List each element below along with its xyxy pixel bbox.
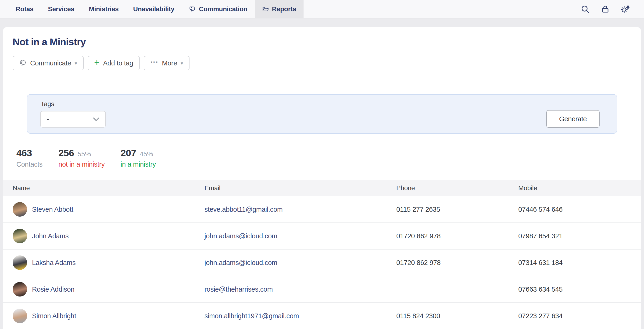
primary-nav: Rotas Services Ministries Unavailability… <box>8 0 304 18</box>
add-to-tag-label: Add to tag <box>103 59 133 67</box>
settings-gears-icon <box>621 4 630 14</box>
contact-email-link[interactable]: simon.allbright1971@gmail.com <box>204 312 396 320</box>
nav-item-communication[interactable]: Communication <box>182 0 255 18</box>
lock-button[interactable] <box>600 4 610 14</box>
name-cell: Simon Allbright <box>12 309 204 323</box>
app-window: Rotas Services Ministries Unavailability… <box>0 0 644 329</box>
avatar[interactable] <box>12 309 27 323</box>
stats-summary: 463 Contacts 256 55% not in a ministry 2… <box>16 148 641 168</box>
caret-down-icon: ▾ <box>181 61 183 66</box>
contact-phone: 0115 277 2635 <box>396 206 518 213</box>
in-ministry-count: 207 <box>120 148 136 159</box>
communicate-label: Communicate <box>30 59 71 67</box>
top-navigation: Rotas Services Ministries Unavailability… <box>0 0 644 18</box>
table-header: Name Email Phone Mobile <box>3 180 641 196</box>
nav-item-label: Services <box>48 5 74 13</box>
report-card: Not in a Ministry Communicate ▾ + Add to… <box>3 27 641 329</box>
more-button[interactable]: ··· More ▾ <box>144 56 190 70</box>
action-toolbar: Communicate ▾ + Add to tag ··· More ▾ <box>12 56 641 70</box>
tags-filter-panel: Tags - Generate <box>27 94 617 134</box>
nav-item-reports[interactable]: Reports <box>255 0 304 18</box>
name-cell: Rosie Addison <box>12 282 204 296</box>
contact-name-link[interactable]: Simon Allbright <box>32 312 76 320</box>
name-cell: Laksha Adams <box>12 256 204 270</box>
contact-email-link[interactable]: john.adams@icloud.com <box>204 259 396 266</box>
contact-email-link[interactable]: rosie@theharrises.com <box>204 286 396 293</box>
contact-name-link[interactable]: Steven Abbott <box>32 206 73 213</box>
tags-label: Tags <box>41 100 106 108</box>
contact-name-link[interactable]: Laksha Adams <box>32 259 76 266</box>
avatar[interactable] <box>12 282 27 296</box>
contact-mobile: 07987 654 321 <box>518 232 632 240</box>
contact-name-link[interactable]: Rosie Addison <box>32 286 74 293</box>
plus-icon: + <box>94 58 100 67</box>
nav-item-label: Communication <box>199 5 248 13</box>
table-row: Rosie Addison rosie@theharrises.com 0766… <box>3 276 641 303</box>
contact-phone: 01720 862 978 <box>396 259 518 266</box>
contact-name-link[interactable]: John Adams <box>32 232 69 240</box>
contact-phone: 01720 862 978 <box>396 232 518 240</box>
tags-select-value: - <box>47 116 49 123</box>
nav-item-label: Reports <box>272 5 296 13</box>
page-body: Not in a Ministry Communicate ▾ + Add to… <box>0 18 644 329</box>
in-ministry-percent: 45% <box>140 150 153 158</box>
name-cell: John Adams <box>12 229 204 243</box>
not-in-ministry-label: not in a ministry <box>58 160 105 168</box>
in-ministry-label: in a ministry <box>120 160 156 168</box>
stat-contacts: 463 Contacts <box>16 148 42 168</box>
search-icon <box>580 4 590 14</box>
name-cell: Steven Abbott <box>12 202 204 216</box>
chat-icon <box>19 59 27 67</box>
contacts-label: Contacts <box>16 160 42 168</box>
lock-icon <box>600 4 610 14</box>
avatar[interactable] <box>12 202 27 216</box>
avatar[interactable] <box>12 256 27 270</box>
folder-open-icon <box>262 6 269 12</box>
contact-email-link[interactable]: john.adams@icloud.com <box>204 232 396 240</box>
more-label: More <box>162 59 177 67</box>
nav-item-label: Rotas <box>16 5 34 13</box>
not-in-ministry-count: 256 <box>58 148 74 159</box>
nav-item-services[interactable]: Services <box>41 0 82 18</box>
communicate-button[interactable]: Communicate ▾ <box>12 56 84 70</box>
table-row: Steven Abbott steve.abbot11@gmail.com 01… <box>3 196 641 223</box>
contact-mobile: 07314 631 184 <box>518 259 632 266</box>
page-title: Not in a Ministry <box>3 27 641 48</box>
stat-in-ministry: 207 45% in a ministry <box>120 148 156 168</box>
column-header-email: Email <box>204 184 396 192</box>
not-in-ministry-percent: 55% <box>78 150 91 158</box>
contact-mobile: 07446 574 646 <box>518 206 632 213</box>
add-to-tag-button[interactable]: + Add to tag <box>88 56 140 70</box>
column-header-name: Name <box>12 184 204 192</box>
contacts-table: Name Email Phone Mobile Steven Abbott st… <box>3 180 641 329</box>
tags-filter-field: Tags - <box>40 99 106 128</box>
generate-button[interactable]: Generate <box>546 110 600 128</box>
avatar[interactable] <box>12 229 27 243</box>
contact-mobile: 07223 277 634 <box>518 312 632 320</box>
column-header-mobile: Mobile <box>518 184 632 192</box>
table-row: Simon Allbright simon.allbright1971@gmai… <box>3 303 641 329</box>
chevron-down-icon <box>93 118 99 121</box>
search-button[interactable] <box>580 4 590 14</box>
stat-not-in-ministry: 256 55% not in a ministry <box>58 148 105 168</box>
table-row: John Adams john.adams@icloud.com 01720 8… <box>3 223 641 250</box>
nav-item-rotas[interactable]: Rotas <box>8 0 41 18</box>
contact-mobile: 07663 634 545 <box>518 286 632 293</box>
contacts-count: 463 <box>16 148 32 159</box>
nav-utility-icons <box>580 0 644 18</box>
nav-item-label: Ministries <box>89 5 119 13</box>
ellipsis-icon: ··· <box>150 58 158 66</box>
caret-down-icon: ▾ <box>75 61 77 66</box>
contact-email-link[interactable]: steve.abbot11@gmail.com <box>204 206 396 213</box>
nav-item-unavailability[interactable]: Unavailability <box>126 0 182 18</box>
chat-icon <box>189 6 196 12</box>
contact-phone: 0115 824 2300 <box>396 312 518 320</box>
settings-button[interactable] <box>620 4 630 14</box>
table-row: Laksha Adams john.adams@icloud.com 01720… <box>3 250 641 276</box>
column-header-phone: Phone <box>396 184 518 192</box>
nav-item-ministries[interactable]: Ministries <box>82 0 126 18</box>
nav-item-label: Unavailability <box>133 5 174 13</box>
tags-select[interactable]: - <box>40 111 106 128</box>
